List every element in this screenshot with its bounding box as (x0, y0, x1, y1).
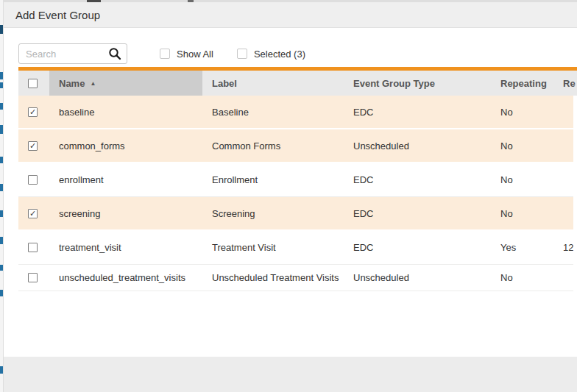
selected-checkbox[interactable] (237, 49, 247, 59)
table-body: ✓ baseline Baseline EDC No ✓ common_form… (18, 96, 573, 291)
row-checkbox[interactable]: ✓ (28, 141, 38, 151)
cell-repeating: Yes (491, 242, 553, 253)
search-icon[interactable] (108, 47, 121, 60)
cell-repeating: No (491, 107, 553, 118)
sort-asc-icon: ▲ (90, 80, 96, 87)
show-all-filter: Show All (160, 49, 213, 60)
selected-label[interactable]: Selected (3) (254, 49, 305, 60)
table-header-row: Name ▲ Label Event Group Type Repeating … (18, 71, 577, 96)
cell-name: treatment_visit (49, 242, 202, 253)
cell-name: screening (49, 208, 202, 219)
cell-label: Unscheduled Treatment Visits (202, 272, 344, 283)
cell-event-group-type: EDC (344, 107, 491, 118)
cell-event-group-type: EDC (344, 208, 491, 219)
cell-event-group-type: EDC (344, 174, 491, 185)
cell-label: Screening (202, 208, 344, 219)
table-row[interactable]: ✓ baseline Baseline EDC No (18, 96, 573, 129)
column-header-event-group-type[interactable]: Event Group Type (344, 71, 491, 96)
cell-event-group-type: Unscheduled (344, 272, 491, 283)
cell-label: Treatment Visit (202, 242, 344, 253)
cell-label: Enrollment (202, 174, 344, 185)
table-row[interactable]: enrollment Enrollment EDC No (18, 163, 573, 197)
cell-event-group-type: Unscheduled (344, 140, 491, 152)
row-checkbox[interactable] (28, 273, 38, 282)
event-group-table: Name ▲ Label Event Group Type Repeating … (18, 67, 577, 291)
header-select-all-cell (18, 71, 49, 96)
column-header-clipped[interactable]: Re (553, 71, 577, 96)
table-row[interactable]: treatment_visit Treatment Visit EDC Yes … (18, 231, 573, 265)
column-header-label[interactable]: Label (202, 71, 344, 96)
filter-toolbar: Show All Selected (3) (18, 43, 305, 64)
row-checkbox[interactable]: ✓ (28, 107, 38, 117)
column-header-name[interactable]: Name ▲ (49, 71, 202, 96)
cell-name: enrollment (49, 174, 202, 185)
dialog-footer (4, 357, 577, 392)
cell-event-group-type: EDC (344, 242, 491, 253)
cell-label: Common Forms (202, 140, 344, 152)
row-checkbox[interactable] (28, 243, 38, 252)
table-row[interactable]: ✓ common_forms Common Forms Unscheduled … (18, 129, 573, 163)
show-all-checkbox[interactable] (160, 49, 170, 59)
cell-label: Baseline (202, 107, 344, 118)
dialog-title: Add Event Group (15, 9, 100, 21)
show-all-label[interactable]: Show All (177, 49, 213, 60)
row-checkbox[interactable] (28, 175, 38, 185)
dialog-title-bar: Add Event Group (4, 2, 577, 28)
table-row[interactable]: unscheduled_treatment_visits Unscheduled… (18, 265, 573, 291)
column-header-repeating[interactable]: Repeating (491, 71, 553, 96)
cell-repeating: No (491, 272, 553, 283)
cell-clipped-value: 12 (553, 242, 573, 253)
cell-repeating: No (491, 140, 553, 152)
cell-repeating: No (491, 174, 553, 185)
cell-name: baseline (49, 107, 202, 118)
dialog-body: Show All Selected (3) Name ▲ Label (4, 28, 577, 357)
table-row[interactable]: ✓ screening Screening EDC No (18, 197, 573, 231)
search-box (18, 43, 127, 64)
select-all-checkbox[interactable] (28, 79, 38, 88)
cell-name: common_forms (49, 140, 202, 152)
add-event-group-dialog: Add Event Group Show All Selected (3) (3, 2, 577, 392)
selected-filter: Selected (3) (237, 49, 305, 60)
cell-name: unscheduled_treatment_visits (49, 272, 202, 283)
cell-repeating: No (491, 208, 553, 219)
row-checkbox[interactable]: ✓ (28, 209, 38, 218)
